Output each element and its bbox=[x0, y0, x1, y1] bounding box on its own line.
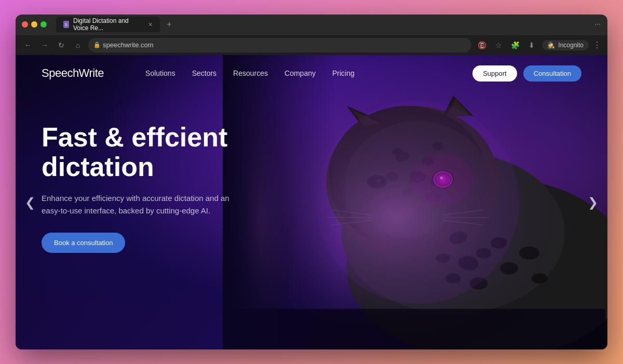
book-consultation-button[interactable]: Book a consultation bbox=[42, 233, 125, 253]
back-button[interactable]: ← bbox=[22, 39, 34, 51]
address-bar: ← → ↻ ⌂ 🔒 speechwrite.com 📵 ☆ 🧩 ⬇ 🕵 Inco… bbox=[16, 34, 607, 55]
camera-off-icon: 📵 bbox=[476, 39, 488, 51]
minimize-button[interactable] bbox=[31, 21, 37, 28]
tab-favicon: S bbox=[63, 21, 69, 28]
tab-bar: S Digital Dictation and Voice Re... ✕ + bbox=[56, 17, 590, 32]
active-tab[interactable]: S Digital Dictation and Voice Re... ✕ bbox=[56, 17, 160, 32]
title-bar-settings-icon[interactable]: ⋯ bbox=[594, 21, 601, 28]
title-bar-controls: ⋯ bbox=[594, 21, 601, 28]
navbar: SpeechWrite Solutions Sectors Resources … bbox=[16, 55, 607, 91]
carousel-prev-button[interactable]: ❮ bbox=[21, 193, 39, 212]
carousel-next-button[interactable]: ❯ bbox=[584, 193, 602, 212]
hero-title: Fast & effcient dictation bbox=[42, 123, 280, 182]
hero-subtitle: Enhance your efficiency with accurate di… bbox=[42, 192, 239, 217]
title-bar: S Digital Dictation and Voice Re... ✕ + … bbox=[16, 15, 607, 34]
bookmark-icon[interactable]: ☆ bbox=[492, 39, 505, 51]
site-logo[interactable]: SpeechWrite bbox=[42, 66, 104, 80]
download-icon[interactable]: ⬇ bbox=[525, 39, 538, 51]
tab-close-icon[interactable]: ✕ bbox=[148, 21, 153, 28]
address-input[interactable]: speechwrite.com bbox=[88, 38, 471, 52]
home-button[interactable]: ⌂ bbox=[72, 39, 84, 51]
close-button[interactable] bbox=[22, 21, 28, 28]
address-wrapper: 🔒 speechwrite.com bbox=[88, 38, 471, 52]
incognito-label: Incognito bbox=[558, 42, 584, 49]
nav-solutions[interactable]: Solutions bbox=[145, 69, 175, 77]
logo-text: SpeechWrite bbox=[42, 66, 104, 79]
reload-button[interactable]: ↻ bbox=[55, 39, 67, 51]
nav-resources[interactable]: Resources bbox=[233, 69, 268, 77]
nav-pricing[interactable]: Pricing bbox=[332, 69, 355, 77]
tab-title: Digital Dictation and Voice Re... bbox=[73, 17, 142, 32]
toolbar-icons: 📵 ☆ 🧩 ⬇ bbox=[476, 39, 538, 51]
incognito-icon: 🕵 bbox=[547, 42, 555, 49]
nav-actions: Support Consultation bbox=[472, 65, 581, 82]
nav-company[interactable]: Company bbox=[285, 69, 316, 77]
browser-window: S Digital Dictation and Voice Re... ✕ + … bbox=[16, 15, 607, 349]
maximize-button[interactable] bbox=[40, 21, 47, 28]
nav-sectors[interactable]: Sectors bbox=[192, 69, 216, 77]
consultation-button[interactable]: Consultation bbox=[523, 65, 581, 82]
incognito-button[interactable]: 🕵 Incognito bbox=[542, 40, 589, 50]
nav-links: Solutions Sectors Resources Company Pric… bbox=[145, 69, 472, 77]
website-content: SpeechWrite Solutions Sectors Resources … bbox=[16, 55, 607, 349]
more-options-icon[interactable]: ⋮ bbox=[593, 40, 601, 50]
hero-content: Fast & effcient dictation Enhance your e… bbox=[16, 91, 306, 284]
new-tab-button[interactable]: + bbox=[162, 17, 177, 32]
support-button[interactable]: Support bbox=[472, 65, 517, 82]
url-text: speechwrite.com bbox=[103, 41, 154, 49]
traffic-lights bbox=[22, 21, 47, 28]
forward-button[interactable]: → bbox=[38, 39, 51, 51]
extension-icon[interactable]: 🧩 bbox=[509, 39, 521, 51]
security-lock-icon: 🔒 bbox=[93, 42, 101, 48]
